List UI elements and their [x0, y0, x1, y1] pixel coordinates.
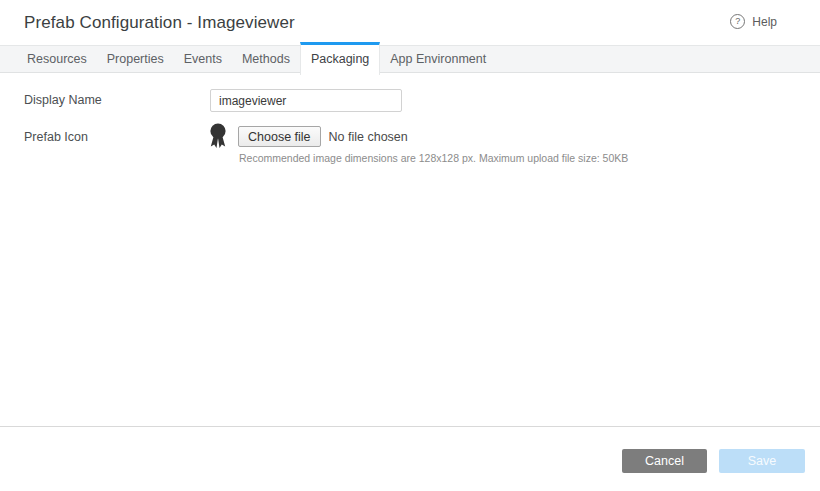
- award-ribbon-icon: [209, 123, 227, 149]
- help-button[interactable]: ? Help: [730, 14, 777, 29]
- tab-resources[interactable]: Resources: [17, 46, 97, 72]
- prefab-icon-upload-row: Choose file No file chosen: [238, 126, 408, 147]
- dialog-header: Prefab Configuration - Imageviewer ? Hel…: [0, 0, 820, 45]
- file-chosen-status: No file chosen: [329, 130, 408, 144]
- prefab-configuration-dialog: Prefab Configuration - Imageviewer ? Hel…: [0, 0, 820, 491]
- prefab-icon-label: Prefab Icon: [24, 130, 88, 144]
- choose-file-button[interactable]: Choose file: [238, 126, 321, 147]
- help-label: Help: [752, 15, 777, 29]
- display-name-input[interactable]: [210, 89, 402, 112]
- upload-hint-text: Recommended image dimensions are 128x128…: [239, 152, 628, 164]
- save-button[interactable]: Save: [719, 449, 805, 473]
- help-question-icon: ?: [730, 14, 745, 29]
- tab-packaging[interactable]: Packaging: [300, 42, 380, 75]
- packaging-tab-panel: Display Name Prefab Icon Choose file No …: [0, 75, 820, 426]
- page-title: Prefab Configuration - Imageviewer: [24, 13, 295, 33]
- tab-events[interactable]: Events: [174, 46, 232, 72]
- dialog-footer: Cancel Save: [0, 427, 820, 491]
- tab-methods[interactable]: Methods: [232, 46, 300, 72]
- display-name-label: Display Name: [24, 93, 102, 107]
- tab-app-environment[interactable]: App Environment: [380, 46, 496, 72]
- cancel-button[interactable]: Cancel: [622, 449, 707, 473]
- tab-bar: Resources Properties Events Methods Pack…: [0, 45, 820, 73]
- tab-properties[interactable]: Properties: [97, 46, 174, 72]
